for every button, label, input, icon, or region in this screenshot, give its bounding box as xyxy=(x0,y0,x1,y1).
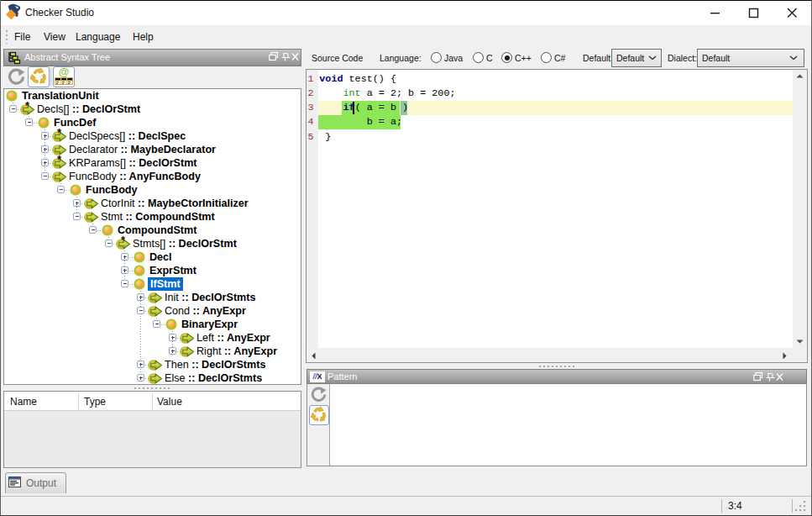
svg-text:@: @ xyxy=(59,67,70,78)
